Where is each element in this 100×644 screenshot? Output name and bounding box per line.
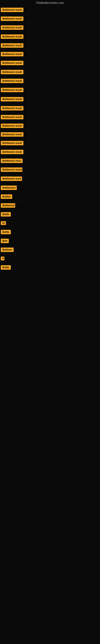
- bottleneck-row: Bottleneck result: [0, 67, 100, 77]
- bottleneck-row: Bottleneck result: [0, 104, 100, 113]
- bottleneck-row: Bottlen: [0, 192, 100, 201]
- bottleneck-row: Bottleneck resul: [0, 156, 100, 166]
- bottleneck-badge-9[interactable]: Bottleneck result: [1, 79, 23, 83]
- bottleneck-badge-13[interactable]: Bottleneck result: [1, 115, 23, 119]
- bottleneck-row: Bottle: [0, 228, 100, 236]
- bottleneck-row: Bottleneck result: [0, 85, 100, 95]
- bottleneck-badge-21[interactable]: Bottleneck r: [1, 186, 17, 190]
- bottleneck-badge-19[interactable]: Bottleneck result: [1, 168, 22, 172]
- bottleneck-badge-22[interactable]: Bottlen: [1, 194, 12, 199]
- bottleneck-badge-30[interactable]: Bottle: [1, 265, 11, 270]
- bottleneck-badge-20[interactable]: Bottleneck resul: [1, 176, 22, 181]
- bottleneck-badge-7[interactable]: Bottleneck result: [1, 61, 23, 65]
- bottleneck-badge-14[interactable]: Bottleneck result: [1, 124, 23, 128]
- bottleneck-badge-1[interactable]: Bottleneck result: [1, 8, 23, 12]
- bottleneck-row: Bottleneck result: [0, 50, 100, 59]
- bottleneck-row: Bottleneck result: [0, 23, 100, 32]
- bottom-spacer: [0, 272, 100, 634]
- bottleneck-row: Bottleneck r: [0, 183, 100, 192]
- bottleneck-row: Bottle: [0, 210, 100, 219]
- bottleneck-badge-15[interactable]: Bottleneck result: [1, 132, 23, 137]
- bottleneck-badge-25[interactable]: Bo: [1, 221, 6, 225]
- bottleneck-row: Bottleneck result: [0, 41, 100, 50]
- bottleneck-badge-8[interactable]: Bottleneck result: [1, 70, 23, 74]
- bottleneck-badge-18[interactable]: Bottleneck resul: [1, 158, 23, 163]
- bottleneck-row: Bottleneck result: [0, 32, 100, 41]
- bottleneck-badge-2[interactable]: Bottleneck result: [1, 16, 23, 21]
- bottleneck-badge-17[interactable]: Bottleneck result: [1, 150, 23, 154]
- bottleneck-badge-27[interactable]: Bott: [1, 239, 9, 243]
- bottleneck-row: Bott: [0, 236, 100, 245]
- bottleneck-badge-4[interactable]: Bottleneck result: [1, 34, 23, 39]
- page-container: TheBottlenecker.com Bottleneck resultBot…: [0, 0, 100, 634]
- bottleneck-row: Bottle: [0, 263, 100, 272]
- bottleneck-row: Bottlene: [0, 245, 100, 254]
- bottleneck-badge-3[interactable]: Bottleneck result: [1, 25, 23, 30]
- bottleneck-row: Bottleneck result: [0, 139, 100, 148]
- bottleneck-badge-11[interactable]: Bottleneck result: [1, 97, 23, 102]
- bottleneck-badge-29[interactable]: B: [1, 256, 4, 260]
- badges-container: Bottleneck resultBottleneck resultBottle…: [0, 6, 100, 634]
- bottleneck-row: Bottleneck result: [0, 77, 100, 85]
- bottleneck-row: Bottleneck result: [0, 130, 100, 139]
- bottleneck-row: Bottleneck result: [0, 95, 100, 104]
- bottleneck-badge-16[interactable]: Bottleneck result: [1, 141, 23, 145]
- bottleneck-row: Bottleneck resul: [0, 174, 100, 183]
- bottleneck-row: B: [0, 254, 100, 263]
- bottleneck-badge-5[interactable]: Bottleneck result: [1, 43, 23, 48]
- bottleneck-row: Bottleneck result: [0, 121, 100, 130]
- bottleneck-badge-10[interactable]: Bottleneck result: [1, 88, 23, 92]
- bottleneck-badge-24[interactable]: Bottle: [1, 212, 11, 216]
- bottleneck-row: Bottleneck result: [0, 148, 100, 156]
- bottleneck-row: Bottleneck result: [0, 14, 100, 23]
- bottleneck-row: Bottleneck result: [0, 113, 100, 121]
- bottleneck-badge-12[interactable]: Bottleneck result: [1, 106, 23, 110]
- bottleneck-badge-26[interactable]: Bottle: [1, 230, 11, 234]
- bottleneck-row: Bottleneck: [0, 201, 100, 210]
- bottleneck-badge-23[interactable]: Bottleneck: [1, 203, 15, 208]
- bottleneck-row: Bottleneck result: [0, 59, 100, 67]
- bottleneck-badge-28[interactable]: Bottlene: [1, 248, 14, 252]
- bottleneck-row: Bo: [0, 219, 100, 228]
- bottleneck-row: Bottleneck result: [0, 6, 100, 14]
- site-title: TheBottlenecker.com: [0, 0, 100, 6]
- bottleneck-badge-6[interactable]: Bottleneck result: [1, 52, 23, 56]
- bottleneck-row: Bottleneck result: [0, 166, 100, 174]
